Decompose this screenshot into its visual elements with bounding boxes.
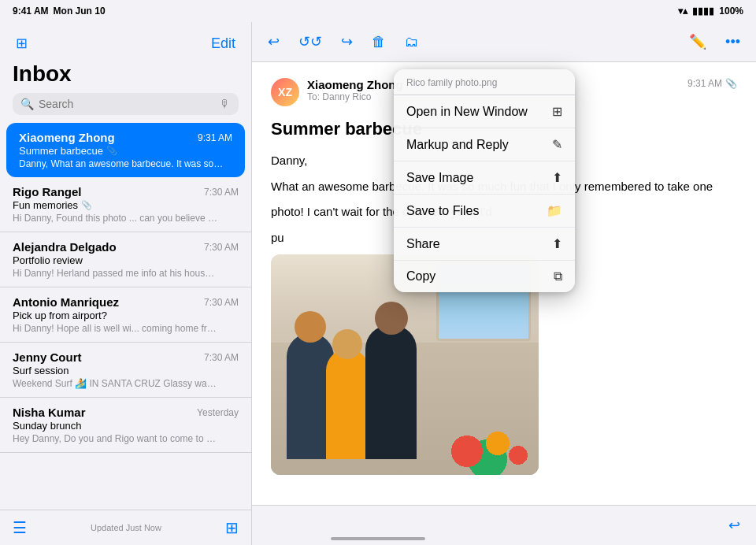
microphone-icon[interactable]: 🎙	[220, 98, 231, 110]
email-list-item[interactable]: Jenny Court 7:30 AM Surf session Weekend…	[0, 343, 251, 398]
email-list-item[interactable]: Antonio Manriquez 7:30 AM Pick up from a…	[0, 287, 251, 343]
email-subject-1: Fun memories📎	[13, 199, 239, 211]
email-list-item[interactable]: Xiaomeng Zhong 9:31 AM Summer barbecue📎 …	[6, 123, 245, 177]
context-menu: Rico family photo.png Open in New Window…	[394, 69, 575, 292]
context-menu-icon-4: ⬆	[552, 236, 562, 251]
email-list-item[interactable]: Nisha Kumar Yesterday Sunday brunch Hey …	[0, 398, 251, 453]
email-preview-3: Hi Danny! Hope all is well wi... coming …	[13, 323, 217, 334]
status-left: 9:41 AM Mon Jun 10	[13, 6, 106, 17]
email-subject-2: Portfolio review	[13, 254, 239, 266]
status-time: 9:41 AM	[13, 6, 49, 17]
home-bar	[331, 537, 425, 540]
email-list-item[interactable]: Alejandra Delgado 7:30 AM Portfolio revi…	[0, 232, 251, 287]
context-menu-filename: Rico family photo.png	[394, 69, 575, 95]
context-menu-label-4: Share	[406, 237, 440, 251]
search-icon: 🔍	[20, 98, 34, 110]
battery-level: 100%	[719, 6, 743, 17]
email-time-1: 7:30 AM	[204, 187, 239, 198]
context-menu-item-save-to-files[interactable]: Save to Files 📁	[394, 195, 575, 228]
status-bar: 9:41 AM Mon Jun 10 ▾▴ ▮▮▮▮ 100%	[0, 0, 756, 22]
email-subject-0: Summer barbecue📎	[19, 145, 232, 157]
attachment-badge-0: 📎	[106, 146, 117, 156]
email-sender-3: Antonio Manriquez	[13, 295, 119, 309]
context-menu-icon-2: ⬆	[552, 170, 562, 185]
sidebar-header-left: ⊞	[13, 32, 31, 55]
email-list-item[interactable]: Rigo Rangel 7:30 AM Fun memories📎 Hi Dan…	[0, 177, 251, 232]
context-menu-icon-1: ✎	[552, 137, 562, 152]
context-menu-item-copy[interactable]: Copy ⧉	[394, 261, 575, 292]
filter-icon[interactable]: ☰	[13, 518, 27, 537]
attachment-badge-1: 📎	[81, 200, 92, 210]
inbox-title: Inbox	[0, 61, 251, 93]
status-right: ▾▴ ▮▮▮▮ 100%	[678, 6, 743, 17]
wifi-icon: ▾▴	[678, 6, 687, 17]
context-menu-overlay: Rico family photo.png Open in New Window…	[252, 22, 756, 545]
email-sender-4: Jenny Court	[13, 350, 82, 364]
sidebar-header: ⊞ Edit	[0, 22, 251, 61]
sidebar-toggle-button[interactable]: ⊞	[13, 32, 31, 55]
email-sender-5: Nisha Kumar	[13, 406, 86, 419]
layout-icon[interactable]: ⊞	[225, 518, 239, 537]
context-menu-item-save-image[interactable]: Save Image ⬆	[394, 161, 575, 195]
battery-icon: ▮▮▮▮	[692, 6, 714, 17]
email-preview-1: Hi Danny, Found this photo ... can you b…	[13, 213, 217, 224]
updated-text: Updated Just Now	[27, 523, 225, 532]
context-menu-icon-3: 📁	[547, 203, 562, 218]
email-sender-2: Alejandra Delgado	[13, 240, 117, 254]
email-preview-4: Weekend Surf 🏄 IN SANTA CRUZ Glassy wave…	[13, 378, 217, 389]
context-menu-label-1: Markup and Reply	[406, 138, 509, 152]
context-menu-item-markup-and-reply[interactable]: Markup and Reply ✎	[394, 128, 575, 161]
context-menu-label-3: Save to Files	[406, 204, 479, 218]
context-menu-icon-5: ⧉	[554, 269, 562, 284]
email-time-0: 9:31 AM	[198, 132, 232, 143]
email-time-5: Yesterday	[197, 407, 239, 418]
email-subject-3: Pick up from airport?	[13, 310, 239, 321]
email-sender-0: Xiaomeng Zhong	[19, 131, 115, 144]
search-bar[interactable]: 🔍 🎙	[13, 93, 239, 115]
context-menu-icon-0: ⊞	[552, 104, 562, 119]
email-subject-5: Sunday brunch	[13, 420, 239, 432]
email-preview-5: Hey Danny, Do you and Rigo want to come …	[13, 433, 217, 444]
email-preview-0: Danny, What an awesome barbecue. It was …	[19, 158, 224, 169]
context-menu-label-2: Save Image	[406, 171, 473, 185]
email-time-4: 7:30 AM	[204, 352, 239, 363]
app-container: ⊞ Edit Inbox 🔍 🎙 Xiaomeng Zhong 9:31 AM …	[0, 22, 756, 545]
context-menu-item-open-in-new-window[interactable]: Open in New Window ⊞	[394, 95, 575, 128]
email-subject-4: Surf session	[13, 365, 239, 376]
search-input[interactable]	[39, 98, 215, 110]
email-time-3: 7:30 AM	[204, 297, 239, 308]
email-view: ↩ ↺↺ ↪ 🗑 🗂 ✏️ ••• XZ Xiaomeng Zhong To: …	[252, 22, 756, 545]
status-day: Mon Jun 10	[54, 6, 106, 17]
email-list: Xiaomeng Zhong 9:31 AM Summer barbecue📎 …	[0, 123, 251, 510]
email-time-2: 7:30 AM	[204, 242, 239, 253]
edit-button[interactable]: Edit	[208, 32, 239, 55]
context-menu-item-share[interactable]: Share ⬆	[394, 228, 575, 261]
context-menu-label-5: Copy	[406, 269, 435, 284]
email-preview-2: Hi Danny! Herland passed me info at his …	[13, 268, 217, 279]
sidebar-footer: ☰ Updated Just Now ⊞	[0, 510, 251, 545]
context-menu-label-0: Open in New Window	[406, 105, 528, 119]
email-sender-1: Rigo Rangel	[13, 185, 82, 198]
sidebar: ⊞ Edit Inbox 🔍 🎙 Xiaomeng Zhong 9:31 AM …	[0, 22, 252, 545]
